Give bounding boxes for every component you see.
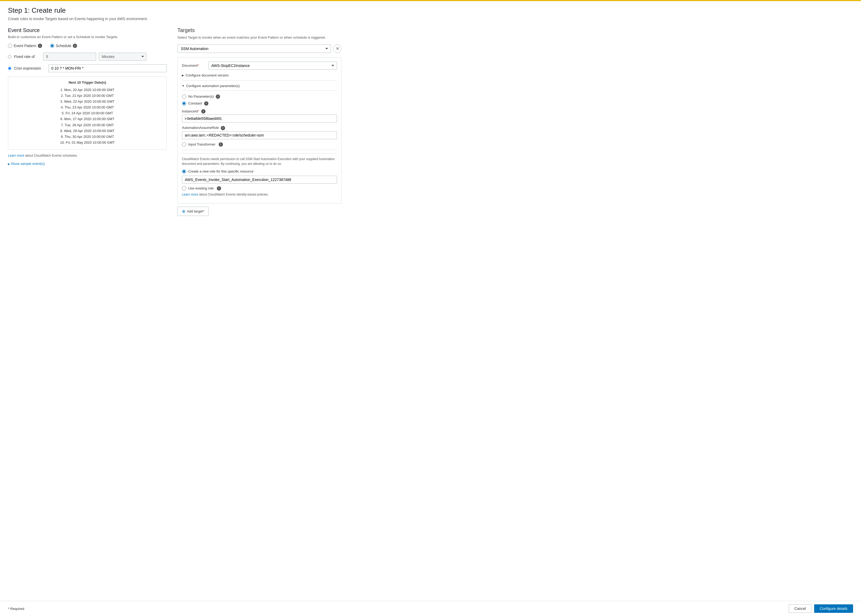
create-new-role-option[interactable]: Create a new role for this specific reso… <box>182 169 337 174</box>
schedule-info-icon: i <box>73 44 77 48</box>
targets-learn-more-suffix: about CloudWatch Events identity-based p… <box>199 193 269 196</box>
targets-panel: Targets Select Target to invoke when an … <box>177 27 342 216</box>
fixed-rate-label: Fixed rate of <box>14 55 41 59</box>
no-params-label: No Parameter(s) <box>188 94 214 99</box>
trigger-date-item: 9. Thu, 30 Apr 2020 10:00:00 GMT <box>14 134 161 140</box>
input-transformer-radio[interactable] <box>182 142 186 146</box>
cron-expression-row: Cron expression <box>8 64 167 72</box>
config-section: No Parameter(s) i Constant i InstanceId*… <box>182 91 337 196</box>
event-pattern-info-icon: i <box>38 44 42 48</box>
targets-subtitle: Select Target to invoke when an event ma… <box>177 35 342 40</box>
instance-id-label: InstanceId* i <box>182 109 337 114</box>
targets-learn-more: Learn more about CloudWatch Events ident… <box>182 193 337 196</box>
create-new-role-radio[interactable] <box>182 169 186 174</box>
trigger-date-item: 10. Fri, 01 May 2020 10:00:00 GMT <box>14 140 161 146</box>
document-row: Document* AWS-StopEC2Instance <box>182 62 337 69</box>
no-params-option[interactable]: No Parameter(s) i <box>182 94 337 99</box>
trigger-dates-box: Next 10 Trigger Date(s) 1. Mon, 20 Apr 2… <box>8 77 167 149</box>
fixed-rate-radio[interactable] <box>8 55 11 58</box>
schedule-learn-more: Learn more about CloudWatch Events sched… <box>8 154 167 157</box>
event-pattern-option[interactable]: Event Pattern i <box>8 44 42 48</box>
trigger-date-item: 6. Mon, 27 Apr 2020 10:00:00 GMT <box>14 116 161 122</box>
targets-title: Targets <box>177 27 342 33</box>
target-type-dropdown[interactable]: SSM Automation <box>177 44 331 53</box>
schedule-radio[interactable] <box>50 44 54 48</box>
constant-label: Constant <box>188 101 202 105</box>
use-existing-role-radio[interactable] <box>182 186 186 190</box>
trigger-date-item: 2. Tue, 21 Apr 2020 10:00:00 GMT <box>14 93 161 99</box>
fixed-rate-input[interactable] <box>43 53 96 61</box>
show-sample-event[interactable]: Show sample event(s) <box>8 162 167 166</box>
trigger-date-item: 4. Thu, 23 Apr 2020 10:00:00 GMT <box>14 105 161 110</box>
divider-1 <box>182 80 337 81</box>
configure-automation-params[interactable]: Configure automation parameter(s) <box>182 84 337 88</box>
fixed-rate-row: Fixed rate of Minutes <box>8 53 167 61</box>
constant-radio[interactable] <box>182 101 186 105</box>
use-existing-role-label: Use existing role <box>188 186 214 190</box>
role-name-input[interactable] <box>182 176 337 184</box>
learn-more-link[interactable]: Learn more <box>8 154 24 157</box>
schedule-type-group: Event Pattern i Schedule i <box>8 44 167 48</box>
cron-input[interactable] <box>49 64 167 72</box>
constant-option[interactable]: Constant i <box>182 101 337 105</box>
event-pattern-label: Event Pattern <box>14 44 36 48</box>
input-transformer-label: Input Transformer <box>188 142 216 146</box>
plus-icon: ⊕ <box>182 209 185 214</box>
trigger-date-item: 3. Wed, 22 Apr 2020 10:00:00 GMT <box>14 99 161 105</box>
add-target-label: Add target* <box>187 209 204 213</box>
instance-id-info-icon: i <box>201 109 205 113</box>
document-select[interactable]: AWS-StopEC2Instance <box>208 62 337 69</box>
clear-target-button[interactable]: ✕ <box>333 44 342 53</box>
document-label: Document* <box>182 63 206 68</box>
cron-radio[interactable] <box>8 67 11 70</box>
trigger-date-item: 1. Mon, 20 Apr 2020 10:00:00 GMT <box>14 87 161 93</box>
add-target-button[interactable]: ⊕ Add target* <box>177 207 209 216</box>
automation-role-input[interactable] <box>182 131 337 139</box>
trigger-date-item: 8. Wed, 29 Apr 2020 10:00:00 GMT <box>14 128 161 134</box>
no-params-radio[interactable] <box>182 94 186 99</box>
no-params-info-icon: i <box>216 94 220 99</box>
event-source-panel: Event Source Build or customize an Event… <box>8 27 167 216</box>
configure-document-version[interactable]: Configure document version <box>182 73 337 77</box>
permission-text: CloudWatch Events needs permission to ca… <box>182 153 337 166</box>
constant-info-icon: i <box>204 101 208 105</box>
trigger-date-item: 5. Fri, 24 Apr 2020 10:00:00 GMT <box>14 110 161 116</box>
target-config-box: Document* AWS-StopEC2Instance Configure … <box>177 57 342 203</box>
use-existing-role-option[interactable]: Use existing role i <box>182 186 337 190</box>
use-existing-role-info-icon: i <box>217 186 221 190</box>
trigger-dates-list: 1. Mon, 20 Apr 2020 10:00:00 GMT2. Tue, … <box>14 87 161 146</box>
event-pattern-radio[interactable] <box>8 44 12 48</box>
schedule-label: Schedule <box>56 44 71 48</box>
automation-role-info-icon: i <box>221 126 225 130</box>
param-type-group: No Parameter(s) i Constant i <box>182 94 337 105</box>
input-transformer-option[interactable]: Input Transformer i <box>182 142 337 146</box>
input-transformer-info-icon: i <box>219 142 223 146</box>
page-subtitle: Create rules to invoke Targets based on … <box>8 17 342 21</box>
fixed-rate-unit-select[interactable]: Minutes <box>99 53 146 61</box>
targets-learn-more-link[interactable]: Learn more <box>182 193 198 196</box>
trigger-date-item: 7. Tue, 28 Apr 2020 10:00:00 GMT <box>14 122 161 128</box>
target-type-row: SSM Automation ✕ <box>177 44 342 53</box>
learn-more-suffix: about CloudWatch Events schedules. <box>25 154 78 157</box>
trigger-dates-title: Next 10 Trigger Date(s) <box>14 80 161 85</box>
page-title: Step 1: Create rule <box>8 6 342 14</box>
automation-role-label: AutomationAssumeRole i <box>182 126 337 130</box>
event-source-subtitle: Build or customize an Event Pattern or s… <box>8 35 167 39</box>
cron-label: Cron expression <box>14 66 46 71</box>
instance-id-input[interactable] <box>182 115 337 123</box>
event-source-title: Event Source <box>8 27 167 33</box>
create-new-role-label: Create a new role for this specific reso… <box>188 169 253 173</box>
schedule-option[interactable]: Schedule i <box>50 44 77 48</box>
divider-2 <box>182 150 337 150</box>
